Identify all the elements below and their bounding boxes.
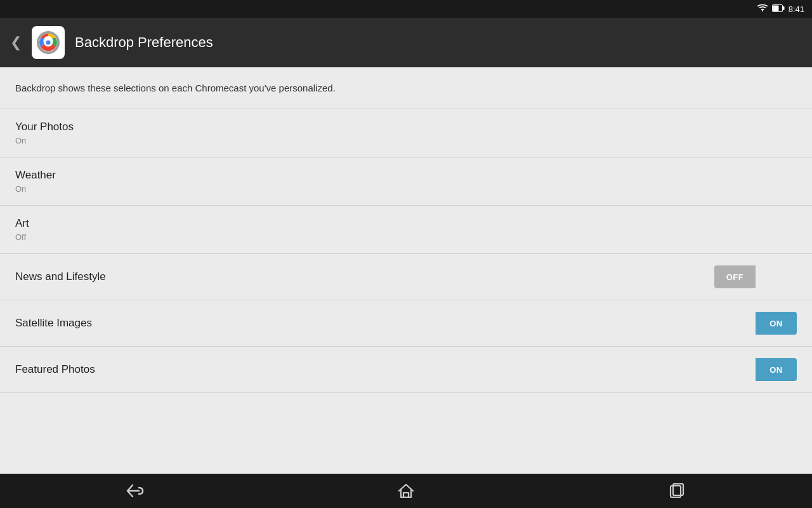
wifi-icon xyxy=(757,4,768,15)
pref-row-your-photos[interactable]: Your PhotosOn xyxy=(0,109,812,157)
status-bar: 8:41 xyxy=(0,0,812,18)
pref-row-art[interactable]: ArtOff xyxy=(0,206,812,254)
toggle-off-label-news-and-lifestyle: OFF xyxy=(714,265,756,288)
nav-bar xyxy=(0,474,812,508)
pref-row-featured-photos[interactable]: Featured PhotosON xyxy=(0,347,812,393)
svg-rect-2 xyxy=(773,5,778,11)
content-area: Backdrop shows these selections on each … xyxy=(0,67,812,474)
pref-row-satellite-images[interactable]: Satellite ImagesON xyxy=(0,300,812,347)
pref-text-news-and-lifestyle: News and Lifestyle xyxy=(15,271,106,283)
app-bar: ❮ Backdrop Preferences xyxy=(0,18,812,67)
back-chevron-icon[interactable]: ❮ xyxy=(10,34,22,51)
app-title: Backdrop Preferences xyxy=(75,34,213,51)
pref-title-news-and-lifestyle: News and Lifestyle xyxy=(15,271,106,283)
pref-title-your-photos: Your Photos xyxy=(15,121,74,133)
status-icons: 8:41 xyxy=(757,4,804,15)
pref-text-your-photos: Your PhotosOn xyxy=(15,121,74,145)
description-text: Backdrop shows these selections on each … xyxy=(15,83,336,93)
pref-text-featured-photos: Featured Photos xyxy=(15,363,95,376)
toggle-on-label-satellite-images: ON xyxy=(756,312,797,335)
toggle-satellite-images[interactable]: ON xyxy=(714,312,797,335)
pref-text-art: ArtOff xyxy=(15,217,29,242)
chromecast-logo xyxy=(36,30,61,55)
battery-icon xyxy=(772,4,785,14)
back-nav-icon xyxy=(126,484,144,498)
app-icon xyxy=(32,26,65,59)
home-nav-icon xyxy=(398,483,414,498)
preferences-list: Your PhotosOnWeatherOnArtOffNews and Lif… xyxy=(0,109,812,393)
pref-row-news-and-lifestyle[interactable]: News and LifestyleOFF xyxy=(0,254,812,300)
pref-subtitle-your-photos: On xyxy=(15,136,74,145)
pref-subtitle-art: Off xyxy=(15,232,29,242)
recent-nav-icon xyxy=(669,483,685,498)
pref-title-satellite-images: Satellite Images xyxy=(15,317,92,330)
nav-recent-button[interactable] xyxy=(658,478,696,504)
pref-row-weather[interactable]: WeatherOn xyxy=(0,157,812,206)
pref-title-featured-photos: Featured Photos xyxy=(15,363,95,376)
pref-title-art: Art xyxy=(15,217,29,230)
toggle-on-label-featured-photos: ON xyxy=(756,358,797,381)
nav-back-button[interactable] xyxy=(116,478,154,504)
description-row: Backdrop shows these selections on each … xyxy=(0,67,812,109)
time-display: 8:41 xyxy=(789,4,804,14)
pref-title-weather: Weather xyxy=(15,169,56,182)
svg-rect-1 xyxy=(783,6,785,10)
nav-home-button[interactable] xyxy=(387,478,425,504)
toggle-news-and-lifestyle[interactable]: OFF xyxy=(714,265,797,288)
pref-text-satellite-images: Satellite Images xyxy=(15,317,92,330)
pref-subtitle-weather: On xyxy=(15,184,56,194)
toggle-featured-photos[interactable]: ON xyxy=(714,358,797,381)
svg-point-6 xyxy=(46,41,51,45)
pref-text-weather: WeatherOn xyxy=(15,169,56,194)
